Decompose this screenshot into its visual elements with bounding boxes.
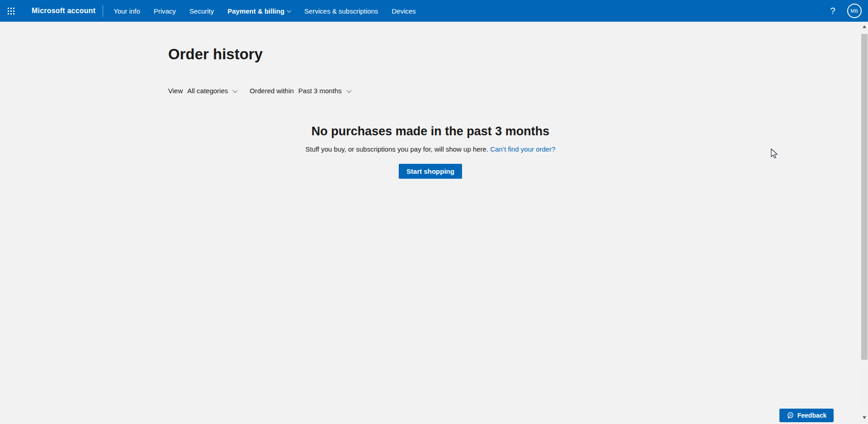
nav-item-payment-billing[interactable]: Payment & billing xyxy=(221,0,297,22)
nav-item-devices[interactable]: Devices xyxy=(385,0,423,22)
vertical-scrollbar[interactable] xyxy=(860,22,868,424)
ordered-within-dropdown[interactable]: Past 3 months xyxy=(298,87,351,95)
ordered-within-value: Past 3 months xyxy=(298,87,342,95)
cant-find-order-link[interactable]: Can’t find your order? xyxy=(490,145,555,153)
feedback-bubble-icon xyxy=(787,412,794,419)
feedback-label: Feedback xyxy=(797,412,827,419)
empty-state: No purchases made in the past 3 months S… xyxy=(168,124,693,179)
chevron-down-icon xyxy=(346,87,351,92)
empty-state-text: Stuff you buy, or subscriptions you pay … xyxy=(305,145,488,153)
primary-nav: Your info Privacy Security Payment & bil… xyxy=(107,0,423,22)
empty-state-description: Stuff you buy, or subscriptions you pay … xyxy=(168,145,693,153)
header-right-group: ? МБ xyxy=(827,4,868,18)
top-app-bar: Microsoft account Your info Privacy Secu… xyxy=(0,0,868,22)
start-shopping-button[interactable]: Start shopping xyxy=(399,164,462,179)
nav-label: Devices xyxy=(392,7,416,15)
chevron-down-icon xyxy=(233,87,238,92)
ordered-within-label: Ordered within xyxy=(250,87,294,95)
nav-item-privacy[interactable]: Privacy xyxy=(147,0,183,22)
help-icon[interactable]: ? xyxy=(827,6,838,16)
view-filter-dropdown[interactable]: All categories xyxy=(187,87,237,95)
view-filter-value: All categories xyxy=(187,87,228,95)
header-divider xyxy=(103,5,103,17)
avatar[interactable]: МБ xyxy=(847,4,862,18)
nav-item-services-subscriptions[interactable]: Services & subscriptions xyxy=(297,0,385,22)
nav-item-your-info[interactable]: Your info xyxy=(107,0,147,22)
nav-label: Your info xyxy=(113,7,140,15)
scrollbar-down-arrow[interactable] xyxy=(860,414,868,421)
nav-item-security[interactable]: Security xyxy=(183,0,221,22)
chevron-down-icon xyxy=(287,8,292,13)
avatar-initials: МБ xyxy=(850,8,858,14)
scrollbar-thumb[interactable] xyxy=(861,34,868,360)
nav-label: Security xyxy=(189,7,214,15)
nav-label: Privacy xyxy=(154,7,176,15)
app-launcher-button[interactable] xyxy=(0,0,22,22)
nav-label: Services & subscriptions xyxy=(304,7,378,15)
nav-label: Payment & billing xyxy=(227,7,284,15)
scrollbar-up-arrow[interactable] xyxy=(860,23,868,30)
feedback-button[interactable]: Feedback xyxy=(779,409,834,422)
empty-state-title: No purchases made in the past 3 months xyxy=(168,124,693,138)
view-filter-label: View xyxy=(168,87,183,95)
main-content: Order history View All categories Ordere… xyxy=(0,22,860,179)
brand-title[interactable]: Microsoft account xyxy=(32,7,95,15)
waffle-icon xyxy=(8,8,14,14)
page-title: Order history xyxy=(168,44,693,64)
filters-row: View All categories Ordered within Past … xyxy=(168,87,693,95)
